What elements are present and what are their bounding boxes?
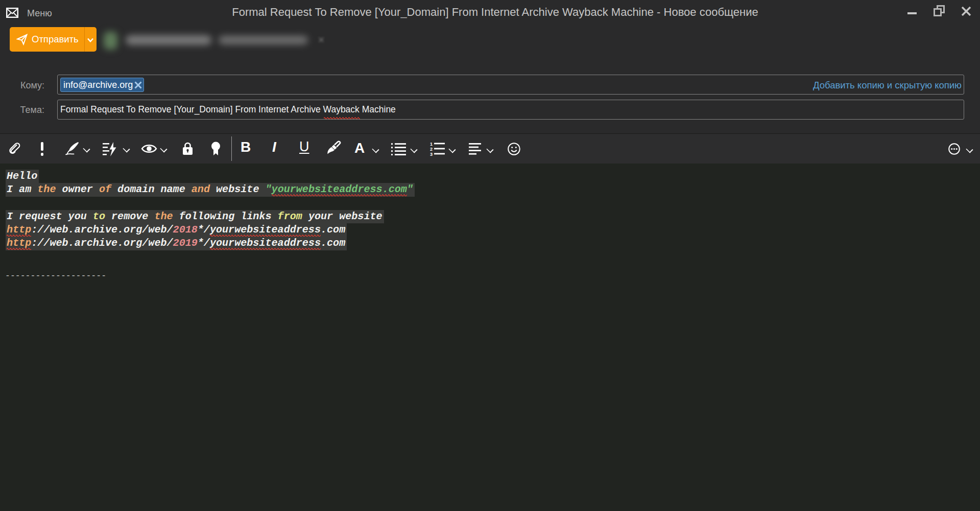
svg-text:2: 2 xyxy=(430,147,433,152)
svg-text:1: 1 xyxy=(430,142,433,147)
svg-text:3: 3 xyxy=(430,152,433,157)
